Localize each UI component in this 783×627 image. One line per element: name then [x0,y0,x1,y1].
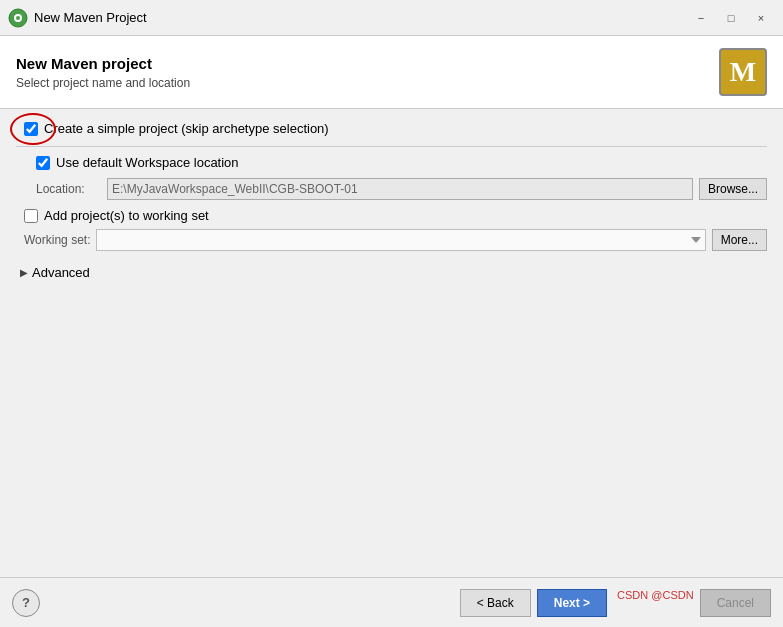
browse-button[interactable]: Browse... [699,178,767,200]
working-set-select[interactable] [96,229,705,251]
advanced-label[interactable]: Advanced [32,265,90,280]
window-controls: − □ × [687,6,775,30]
location-input[interactable] [107,178,693,200]
dialog-title: New Maven project [16,55,190,72]
location-row: Location: Browse... [36,178,767,200]
next-button[interactable]: Next > [537,589,607,617]
working-set-row: Add project(s) to working set [24,208,767,223]
dialog-body: New Maven project Select project name an… [0,36,783,627]
dialog-header: New Maven project Select project name an… [0,36,783,109]
working-set-select-row: Working set: More... [24,229,767,251]
dialog-subtitle: Select project name and location [16,76,190,90]
add-working-set-checkbox[interactable] [24,209,38,223]
title-bar: New Maven Project − □ × [0,0,783,36]
maximize-button[interactable]: □ [717,6,745,30]
header-text: New Maven project Select project name an… [16,55,190,90]
window-title: New Maven Project [34,10,687,25]
indent-block: Use default Workspace location Location:… [36,155,767,200]
triangle-icon: ▶ [20,267,28,278]
dialog-footer: ? < Back Next > CSDN @CSDN Cancel [0,577,783,627]
more-button[interactable]: More... [712,229,767,251]
separator-1 [16,146,767,147]
advanced-section[interactable]: ▶ Advanced [20,261,767,284]
working-set-label: Working set: [24,233,90,247]
minimize-button[interactable]: − [687,6,715,30]
location-label: Location: [36,182,101,196]
watermark: CSDN @CSDN [617,589,694,617]
close-button[interactable]: × [747,6,775,30]
simple-project-checkbox[interactable] [24,122,38,136]
dialog-content: Create a simple project (skip archetype … [0,109,783,577]
help-button[interactable]: ? [12,589,40,617]
default-workspace-label[interactable]: Use default Workspace location [56,155,239,170]
maven-icon: M [719,48,767,96]
footer-buttons: < Back Next > CSDN @CSDN Cancel [460,589,771,617]
simple-project-label[interactable]: Create a simple project (skip archetype … [44,121,329,136]
cancel-button[interactable]: Cancel [700,589,771,617]
simple-project-row: Create a simple project (skip archetype … [24,121,767,136]
app-icon [8,8,28,28]
default-workspace-row: Use default Workspace location [36,155,767,170]
svg-point-2 [16,16,20,20]
back-button[interactable]: < Back [460,589,531,617]
default-workspace-checkbox[interactable] [36,156,50,170]
add-working-set-label[interactable]: Add project(s) to working set [44,208,209,223]
